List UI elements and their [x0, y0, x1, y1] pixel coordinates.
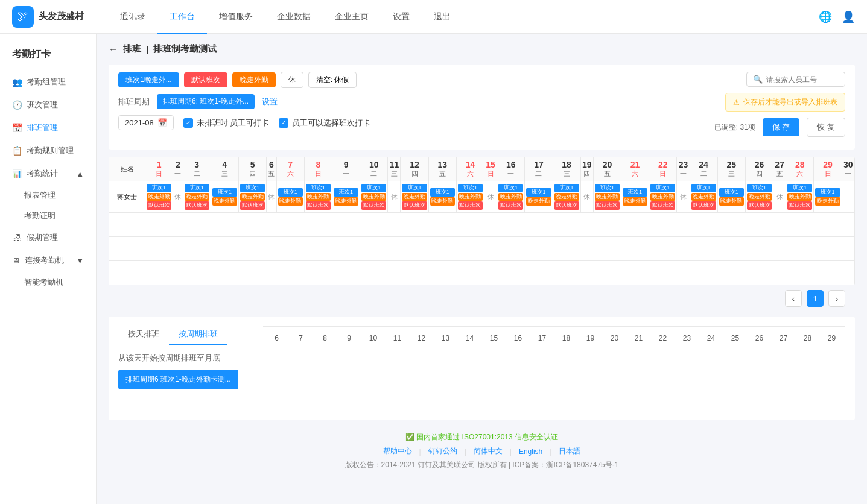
shift-tag-2[interactable]: 默认班次 [184, 72, 227, 87]
nav-item-settings[interactable]: 设置 [381, 0, 422, 34]
cell-27[interactable]: 休 [773, 181, 786, 213]
checkbox-choose-shift[interactable]: ✓ 员工可以选择班次打卡 [279, 118, 370, 128]
tab-desc: 从该天开始按周期排班至月底 [118, 353, 251, 364]
date-strip-18: 18 [554, 332, 579, 345]
nav-item-vip[interactable]: 增值服务 [207, 0, 265, 34]
cell-13[interactable]: 班次1晚走外勤 [428, 181, 456, 213]
cell-18[interactable]: 班次1晚走外勤默认班次 [553, 181, 580, 213]
nav-item-contacts[interactable]: 通讯录 [108, 0, 157, 34]
japanese-link[interactable]: 日本語 [559, 446, 580, 456]
cell-9[interactable]: 班次1晚走外勤 [332, 181, 360, 213]
sidebar-item-attendance-cert[interactable]: 考勤证明 [12, 206, 96, 226]
cell-7[interactable]: 班次1晚走外勤 [276, 181, 304, 213]
th-day-24: 24二 [690, 157, 717, 181]
cell-21[interactable]: 班次1晚走外勤 [621, 181, 649, 213]
cell-1[interactable]: 班次1晚走外勤默认班次 [145, 181, 173, 213]
simplified-chinese-link[interactable]: 简体中文 [474, 446, 503, 456]
cell-29[interactable]: 班次1晚走外勤 [814, 181, 842, 213]
sidebar-item-attendance-rules[interactable]: 📋 考勤规则管理 [0, 139, 96, 162]
cell-2[interactable]: 休 [173, 181, 183, 213]
cell-28[interactable]: 班次1晚走外勤默认班次 [786, 181, 814, 213]
date-strip-15: 15 [482, 332, 506, 345]
tab-per-day[interactable]: 按天排班 [118, 324, 169, 345]
cell-23[interactable]: 休 [677, 181, 690, 213]
footer-sep-2: | [465, 447, 466, 456]
nav-item-enterprise-home[interactable]: 企业主页 [323, 0, 381, 34]
top-navigation: 🕊 头发茂盛村 通讯录 工作台 增值服务 企业数据 企业主页 设置 退出 🌐 👤 [0, 0, 867, 34]
nav-item-workbench[interactable]: 工作台 [157, 0, 207, 34]
nav-item-enterprise-data[interactable]: 企业数据 [265, 0, 323, 34]
th-day-10: 10二 [360, 157, 388, 181]
cell-25[interactable]: 班次1晚走外勤 [717, 181, 745, 213]
restore-button[interactable]: 恢 复 [807, 118, 845, 137]
next-page-button[interactable]: › [828, 290, 845, 307]
clear-button[interactable]: 清空: 休假 [308, 72, 357, 88]
tab-per-period[interactable]: 按周期排班 [169, 324, 227, 345]
sidebar-item-report-mgmt[interactable]: 报表管理 [12, 185, 96, 206]
sidebar-item-shift-schedule[interactable]: 📅 排班管理 [0, 116, 96, 139]
user-avatar-icon[interactable]: 👤 [842, 10, 855, 24]
logo-area[interactable]: 🕊 头发茂盛村 [12, 6, 84, 28]
th-day-15: 15日 [484, 157, 497, 181]
breadcrumb: ← 排班 | 排班制考勤测试 [109, 43, 855, 55]
current-page-button[interactable]: 1 [807, 290, 824, 307]
cell-30[interactable] [842, 181, 854, 213]
nav-item-logout[interactable]: 退出 [422, 0, 463, 34]
sidebar-item-attendance-group[interactable]: 👥 考勤组管理 [0, 71, 96, 93]
sidebar-item-leave-mgmt[interactable]: 🏖 假期管理 [0, 226, 96, 249]
date-strip-17: 17 [530, 332, 554, 345]
sidebar-item-smart-machine[interactable]: 智能考勤机 [12, 272, 96, 292]
dingding-rules-link[interactable]: 钉钉公约 [428, 446, 457, 456]
sidebar-item-shift-class[interactable]: 🕐 班次管理 [0, 93, 96, 116]
english-link[interactable]: English [519, 447, 542, 456]
table-row-empty-3 [109, 261, 855, 285]
cell-19[interactable]: 休 [580, 181, 593, 213]
breadcrumb-path2: 排班制考勤测试 [153, 43, 217, 55]
sidebar-item-attendance-stats[interactable]: 📊 考勤统计 ▲ [0, 162, 96, 185]
cell-17[interactable]: 班次1晚走外勤 [525, 181, 553, 213]
calendar-icon: 📅 [12, 123, 22, 133]
cell-16[interactable]: 班次1晚走外勤默认班次 [497, 181, 525, 213]
cell-8[interactable]: 班次1晚走外勤默认班次 [304, 181, 332, 213]
cell-4[interactable]: 班次1晚走外勤 [211, 181, 238, 213]
checkbox2-label: 员工可以选择班次打卡 [292, 118, 370, 128]
leave-icon: 🏖 [12, 233, 22, 242]
checkbox-unscheduled[interactable]: ✓ 未排班时 员工可打卡 [183, 118, 270, 128]
th-day-17: 17二 [525, 157, 553, 181]
sidebar-item-connect-machine[interactable]: 🖥 连接考勤机 ▼ [0, 249, 96, 272]
settings-link[interactable]: 设置 [262, 96, 278, 107]
prev-page-button[interactable]: ‹ [785, 290, 802, 307]
cell-14[interactable]: 班次1晚走外勤默认班次 [456, 181, 484, 213]
search-input[interactable] [766, 75, 839, 84]
cell-22[interactable]: 班次1晚走外勤默认班次 [649, 181, 677, 213]
back-button[interactable]: ← [109, 44, 118, 55]
period-tag[interactable]: 排班周期6: 班次1-晚走外... [157, 94, 255, 109]
cell-10[interactable]: 班次1晚走外勤默认班次 [360, 181, 388, 213]
chart-icon: 📊 [12, 169, 22, 178]
shift-tag-4[interactable]: 休 [281, 72, 303, 88]
globe-icon[interactable]: 🌐 [819, 10, 832, 24]
cell-15[interactable]: 休 [484, 181, 497, 213]
search-input-wrap[interactable]: 🔍 [746, 72, 845, 87]
cell-5[interactable]: 班次1晚走外勤默认班次 [238, 181, 266, 213]
schedule-option[interactable]: 排班周期6 班次1-晚走外勤卡测... [118, 370, 238, 389]
cell-3[interactable]: 班次1晚走外勤默认班次 [183, 181, 211, 213]
cell-6[interactable]: 休 [267, 181, 276, 213]
group-icon: 👥 [12, 77, 22, 87]
cell-12[interactable]: 班次1晚走外勤默认班次 [401, 181, 428, 213]
cell-26[interactable]: 班次1晚走外勤默认班次 [745, 181, 773, 213]
cell-11[interactable]: 休 [388, 181, 401, 213]
cell-24[interactable]: 班次1晚走外勤默认班次 [690, 181, 717, 213]
th-day-4: 4三 [211, 157, 238, 181]
shift-tag-1[interactable]: 班次1晚走外... [118, 72, 179, 87]
shift-tag-3[interactable]: 晚走外勤 [232, 72, 276, 87]
cell-20[interactable]: 班次1晚走外勤默认班次 [593, 181, 621, 213]
th-day-26: 26四 [745, 157, 773, 181]
sidebar-label-attendance-cert: 考勤证明 [24, 210, 56, 221]
pagination: ‹ 1 › [109, 285, 855, 312]
date-picker[interactable]: 2021-08 📅 [118, 115, 174, 130]
save-button[interactable]: 保 存 [763, 118, 800, 136]
footer-sep-1: | [419, 447, 421, 456]
help-center-link[interactable]: 帮助中心 [383, 446, 412, 456]
table-row: 蒋女士 班次1晚走外勤默认班次 休 班次1晚走外勤默认班次 班次1晚走外勤 班次… [109, 181, 855, 213]
